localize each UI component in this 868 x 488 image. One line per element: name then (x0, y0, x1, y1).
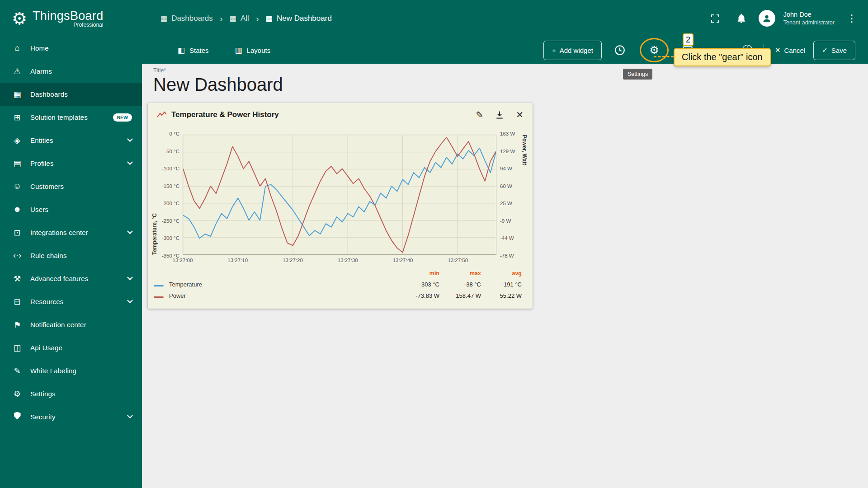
sidebar-item-dashboards[interactable]: ▦ Dashboards (0, 83, 142, 106)
legend-series-temperature[interactable]: Temperature (169, 281, 237, 288)
legend-col-avg: avg (481, 270, 522, 277)
solution-templates-icon: ⊞ (12, 113, 23, 122)
layouts-icon: ▥ (235, 46, 242, 55)
x-tick: 13:27:30 (338, 258, 358, 263)
power-max: 158.47 W (439, 292, 481, 299)
annotation-step-number: 2 (683, 33, 693, 46)
time-window-button[interactable] (610, 40, 630, 60)
avatar[interactable] (759, 10, 775, 27)
y-tick: -200 °C (162, 201, 179, 206)
brand-logo[interactable]: ⚙ ThingsBoard Professional (0, 0, 142, 37)
resources-icon: ⊟ (12, 297, 23, 307)
chevron-down-icon (127, 413, 133, 418)
legend-series-power[interactable]: Power (169, 292, 237, 299)
tab-layouts[interactable]: ▥ Layouts (232, 45, 274, 56)
fullscreen-button[interactable] (706, 9, 724, 28)
chart-plot[interactable] (183, 135, 496, 255)
rule-chains-icon: ‹·› (12, 251, 23, 260)
temperature-min: -303 °C (394, 281, 439, 288)
dashboard-grid-icon: ▦ (230, 14, 236, 23)
thingsboard-logo-icon: ⚙ (12, 10, 27, 27)
sidebar-item-label: Users (30, 206, 48, 213)
sidebar-item-advanced-features[interactable]: ⚒ Advanced features (0, 267, 142, 290)
edit-widget-button[interactable]: ✎ (476, 110, 483, 119)
alarm-icon: ⚠ (12, 66, 23, 76)
save-label: Save (831, 47, 847, 54)
sidebar-item-label: Solution templates (30, 113, 88, 121)
tab-states[interactable]: ◧ States (175, 45, 212, 56)
plus-icon: + (552, 47, 556, 54)
save-button[interactable]: ✓ Save (813, 41, 855, 60)
dashboard-grid-icon: ▦ (266, 14, 273, 23)
pencil-icon: ✎ (476, 110, 483, 119)
cancel-label: Cancel (784, 47, 806, 54)
y-tick: 0 °C (170, 131, 180, 136)
breadcrumb-separator: › (256, 13, 259, 24)
chevron-down-icon (127, 159, 133, 165)
sidebar-item-white-labeling[interactable]: ✎ White Labeling (0, 359, 142, 382)
sidebar-item-notification-center[interactable]: ⚑ Notification center (0, 313, 142, 336)
breadcrumb-item-new-dashboard[interactable]: ▦ New Dashboard (266, 14, 332, 23)
home-icon: ⌂ (12, 43, 23, 53)
sidebar-item-alarms[interactable]: ⚠ Alarms (0, 60, 142, 83)
cancel-button[interactable]: ✕ Cancel (770, 46, 810, 54)
entities-icon: ◈ (12, 136, 23, 145)
y-tick: -100 °C (162, 166, 179, 171)
sidebar-item-customers[interactable]: ☺ Customers (0, 175, 142, 198)
check-icon: ✓ (822, 46, 828, 54)
sidebar-item-home[interactable]: ⌂ Home (0, 37, 142, 60)
sidebar-item-label: Customers (30, 183, 64, 190)
power-min: -73.83 W (394, 292, 439, 299)
sidebar-item-settings[interactable]: ⚙ Settings (0, 382, 142, 405)
legend-col-min: min (394, 270, 439, 277)
y-tick: 60 W (500, 183, 512, 189)
add-widget-label: Add widget (560, 47, 593, 54)
topbar: ▦ Dashboards › ▦ All › ▦ New Dashboard (142, 0, 868, 37)
topbar-right: John Doe Tenant administrator ⋮ (706, 9, 861, 28)
breadcrumb-item-dashboards[interactable]: ▦ Dashboards (160, 14, 213, 23)
widget-temperature-power-history[interactable]: Temperature & Power History ✎ ✕ Temperat… (148, 103, 533, 309)
new-badge: NEW (113, 113, 132, 122)
close-icon: ✕ (775, 46, 781, 54)
sidebar-item-api-usage[interactable]: ◫ Api Usage (0, 336, 142, 359)
sidebar-item-label: Security (30, 413, 56, 421)
breadcrumb-label: All (241, 14, 249, 23)
close-icon: ✕ (516, 110, 524, 119)
remove-widget-button[interactable]: ✕ (516, 110, 524, 119)
y-tick: 129 W (500, 149, 515, 154)
sidebar-item-rule-chains[interactable]: ‹·› Rule chains (0, 244, 142, 267)
notifications-button[interactable] (732, 9, 750, 28)
sidebar-item-solution-templates[interactable]: ⊞ Solution templates NEW (0, 106, 142, 129)
y-tick: -150 °C (162, 183, 179, 189)
sidebar-item-profiles[interactable]: ▤ Profiles (0, 152, 142, 175)
breadcrumb-item-all[interactable]: ▦ All (230, 14, 249, 23)
add-widget-button[interactable]: + Add widget (543, 41, 602, 60)
user-icon (762, 14, 772, 23)
brand-edition: Professional (73, 22, 103, 28)
sidebar-item-users[interactable]: ☻ Users (0, 198, 142, 221)
breadcrumb-label: New Dashboard (277, 14, 332, 23)
sidebar-item-entities[interactable]: ◈ Entities (0, 129, 142, 152)
sidebar-item-label: White Labeling (30, 367, 76, 375)
legend-col-max: max (439, 270, 481, 277)
download-widget-button[interactable] (495, 110, 504, 119)
x-tick: 13:27:40 (393, 258, 413, 263)
sidebar-item-label: Rule chains (30, 252, 67, 259)
sidebar-item-label: Alarms (30, 67, 52, 75)
sidebar: ⚙ ThingsBoard Professional ⌂ Home ⚠ Alar… (0, 0, 142, 488)
sidebar-item-resources[interactable]: ⊟ Resources (0, 290, 142, 313)
states-icon: ◧ (178, 46, 185, 55)
sidebar-item-integrations-center[interactable]: ⊡ Integrations center (0, 221, 142, 244)
widget-title: Temperature & Power History (171, 110, 279, 119)
chevron-down-icon (127, 297, 133, 303)
breadcrumb: ▦ Dashboards › ▦ All › ▦ New Dashboard (160, 13, 332, 24)
customers-icon: ☺ (12, 182, 23, 191)
more-menu-button[interactable]: ⋮ (843, 9, 861, 28)
title-field-label: Title* (153, 67, 868, 74)
y-axis-left-ticks: 0 °C -50 °C -100 °C -150 °C -200 °C -250… (148, 131, 179, 258)
chart-legend: min max avg Temperature -303 °C -38 °C -… (154, 270, 522, 299)
widget-header: Temperature & Power History ✎ ✕ (148, 103, 533, 122)
user-role: Tenant administrator (783, 19, 835, 26)
advanced-features-icon: ⚒ (12, 274, 23, 284)
sidebar-item-security[interactable]: Security (0, 405, 142, 428)
